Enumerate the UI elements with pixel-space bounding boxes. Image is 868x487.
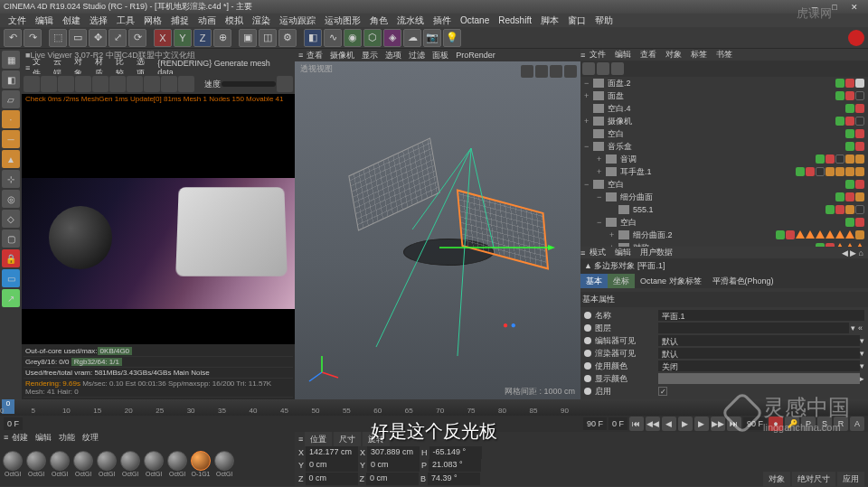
coord-button[interactable]: ⊕ — [213, 29, 231, 47]
mat-menu-tex[interactable]: 纹理 — [79, 432, 102, 444]
tag-icon[interactable] — [826, 230, 835, 239]
tag-icon[interactable] — [855, 142, 864, 151]
tag-icon[interactable] — [816, 155, 825, 164]
tree-row-2[interactable]: 空白.4 — [580, 102, 868, 115]
tree-expand-icon[interactable]: − — [584, 142, 593, 151]
vp-menu-filter[interactable]: 过滤 — [405, 50, 429, 61]
vp-pan-icon[interactable] — [521, 65, 533, 78]
object-name-label[interactable]: 音调 — [618, 154, 638, 165]
perspective-viewport[interactable]: ● ● ≡ 查看 摄像机 显示 选项 过滤 面板 ProRender 透视视图 … — [295, 49, 580, 399]
tag-icon[interactable] — [845, 129, 854, 138]
tag-icon[interactable] — [816, 167, 825, 176]
texture-mode-button[interactable]: ◧ — [2, 70, 20, 89]
object-name-label[interactable]: 555.1 — [631, 205, 656, 214]
material-slot-2[interactable]: OctGl — [49, 451, 71, 478]
coord-mode-object[interactable]: 对象 — [763, 472, 790, 487]
tree-row-5[interactable]: −音乐盒 — [580, 140, 868, 153]
tag-icon[interactable] — [855, 117, 864, 126]
rot-p-field[interactable]: 21.083 ° — [429, 459, 481, 472]
lv-speed-slider[interactable] — [222, 81, 276, 87]
tag-icon[interactable] — [855, 79, 864, 88]
menu-track[interactable]: 运动跟踪 — [275, 14, 320, 27]
model-mode-button[interactable]: ▦ — [2, 51, 20, 69]
menu-pipe[interactable]: 流水线 — [392, 14, 429, 27]
menu-redshift[interactable]: Redshift — [494, 15, 536, 25]
nurbs-button[interactable]: ◉ — [344, 29, 362, 47]
vp-menu-view[interactable]: 查看 — [303, 50, 326, 61]
menu-plugin[interactable]: 插件 — [429, 14, 456, 27]
tag-icon[interactable] — [855, 104, 864, 113]
object-name-label[interactable]: 摄像机 — [606, 116, 634, 127]
check-enable[interactable] — [658, 387, 667, 396]
size-x-field[interactable]: 307.889 cm — [367, 446, 420, 459]
mat-menu-create[interactable]: 创建 — [8, 432, 32, 444]
am-menu-edit[interactable]: 编辑 — [610, 247, 636, 258]
material-slot-3[interactable]: OctGl — [72, 451, 94, 478]
tree-expand-icon[interactable]: − — [597, 192, 606, 201]
tag-icon[interactable] — [806, 167, 815, 176]
tag-icon[interactable] — [845, 117, 854, 126]
next-key-button[interactable]: ▶▶ — [711, 417, 725, 431]
edge-mode-button[interactable]: ─ — [2, 130, 20, 148]
menu-file[interactable]: 文件 — [4, 14, 31, 27]
tag-icon[interactable] — [855, 167, 864, 176]
tag-icon[interactable] — [845, 142, 854, 151]
tag-icon[interactable] — [845, 167, 854, 176]
tag-icon[interactable] — [845, 79, 854, 88]
attr-tab-basic[interactable]: 基本 — [580, 274, 608, 288]
scale-button[interactable]: ⤢ — [108, 29, 127, 47]
lv-pick-button[interactable] — [109, 76, 126, 92]
vp-zoom-icon[interactable] — [535, 65, 548, 78]
pos-x-field[interactable]: 142.177 cm — [306, 446, 358, 459]
size-y-field[interactable]: 0 cm — [367, 459, 420, 472]
mat-menu-edit[interactable]: 编辑 — [32, 432, 55, 444]
object-tree[interactable]: −面盘.2+面盘空白.4+摄像机空白−音乐盒+音调+耳手盘.1−空白−细分曲面5… — [580, 77, 868, 247]
tag-icon[interactable] — [835, 205, 844, 214]
object-name-label[interactable]: 耳手盘.1 — [618, 166, 654, 178]
frame-end-field[interactable]: 90 F — [583, 417, 607, 430]
workplane-snap-button[interactable]: ▢ — [2, 229, 20, 248]
tree-row-4[interactable]: 空白 — [580, 127, 868, 140]
tag-icon[interactable] — [845, 218, 854, 227]
am-menu-mode[interactable]: 模式 — [585, 247, 610, 258]
am-menu-user[interactable]: 用户数据 — [636, 247, 677, 258]
object-name-label[interactable]: 细分曲面 — [618, 192, 655, 203]
rotate-button[interactable]: ⟳ — [128, 29, 146, 47]
camera-button[interactable]: 📷 — [423, 29, 441, 47]
lv-stop-button[interactable] — [58, 76, 74, 92]
frame-current-field[interactable]: 0 F — [609, 417, 627, 430]
object-name-label[interactable]: 面盘 — [606, 90, 626, 102]
tag-icon[interactable] — [826, 155, 835, 164]
tag-icon[interactable] — [786, 230, 795, 239]
select-live-button[interactable]: ⬚ — [49, 29, 67, 47]
size-z-field[interactable]: 0 cm — [366, 473, 419, 485]
octane-status-icon[interactable] — [848, 30, 864, 46]
tree-expand-icon[interactable]: − — [584, 79, 593, 88]
lv-pause-button[interactable] — [41, 76, 57, 92]
menu-edit[interactable]: 编辑 — [31, 14, 58, 27]
render-region-button[interactable]: ◫ — [259, 29, 277, 47]
environment-button[interactable]: ☁ — [403, 29, 421, 47]
tag-icon[interactable] — [835, 192, 844, 201]
object-name-label[interactable]: 空白 — [618, 217, 638, 229]
menu-mesh[interactable]: 网格 — [139, 14, 166, 27]
pos-y-field[interactable]: 0 cm — [306, 459, 358, 472]
lv-region-button[interactable] — [127, 76, 143, 92]
field-name[interactable]: 平面.1 — [658, 310, 864, 321]
pos-z-field[interactable]: 0 cm — [306, 473, 358, 485]
attr-tab-octane[interactable]: Octane 对象标签 — [635, 274, 707, 288]
tag-icon[interactable] — [835, 91, 844, 100]
menu-script[interactable]: 脚本 — [536, 14, 563, 27]
tree-expand-icon[interactable]: − — [584, 180, 593, 189]
om-search-icon[interactable] — [582, 62, 595, 75]
generator-button[interactable]: ⬡ — [363, 29, 382, 47]
poly-mode-button[interactable]: ▲ — [2, 150, 20, 168]
tree-expand-icon[interactable]: + — [609, 230, 618, 239]
goto-start-button[interactable]: ⏮ — [629, 417, 644, 431]
tag-icon[interactable] — [845, 230, 854, 239]
key-param-button[interactable]: A — [850, 417, 864, 431]
menu-help[interactable]: 帮助 — [590, 14, 618, 27]
tree-row-6[interactable]: +音调 — [580, 153, 868, 165]
om-eye-icon[interactable] — [611, 62, 624, 75]
rot-b-field[interactable]: 74.39 ° — [428, 473, 480, 485]
